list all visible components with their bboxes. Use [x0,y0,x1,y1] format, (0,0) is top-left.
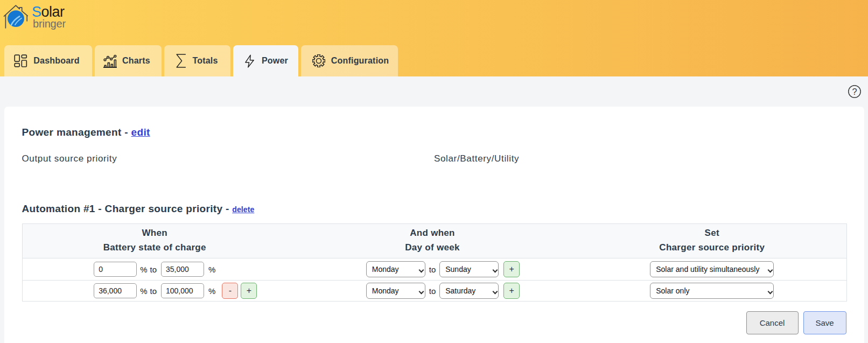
svg-text:?: ? [852,87,857,96]
